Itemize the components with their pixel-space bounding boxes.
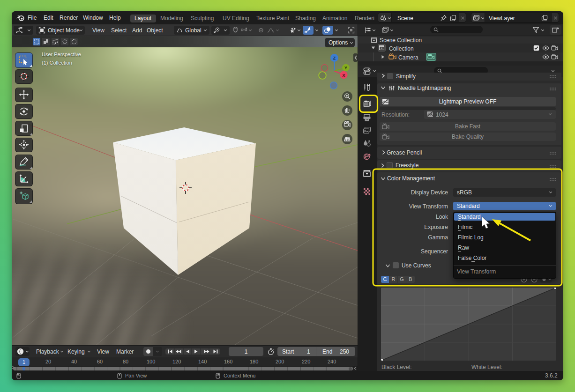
svg-text:X: X <box>342 73 345 78</box>
svg-text:Z: Z <box>333 56 336 60</box>
svg-text:Y: Y <box>344 66 347 70</box>
